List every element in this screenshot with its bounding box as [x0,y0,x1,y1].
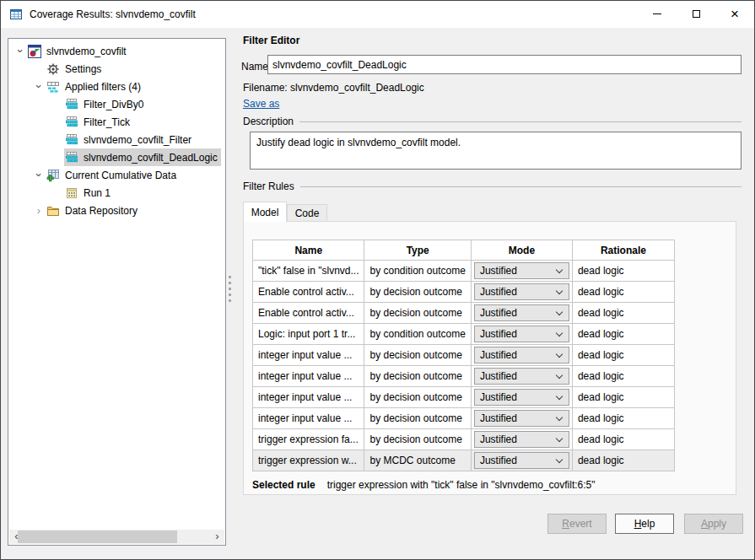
table-row[interactable]: Enable control activ...by decision outco… [253,303,675,324]
table-row[interactable]: trigger expression w...by MCDC outcomeJu… [253,450,675,471]
tree-item-settings[interactable]: Settings [9,60,224,78]
tree-item-filter-divby0[interactable]: Filter_DivBy0 [9,95,224,113]
results-tree-panel: ›slvnvdemo_covfiltSettings›Applied filte… [8,38,226,546]
scrollbar-thumb[interactable] [18,530,177,543]
titlebar: Coverage Results: slvnvdemo_covfilt × [1,1,754,28]
selected-rule-value: trigger expression with "tick" false in … [327,479,596,491]
filename-text: Filename: slvnvdemo_covfilt_DeadLogic [243,82,424,94]
description-field[interactable]: Justify dead logic in slvnvdemo_covfilt … [250,132,742,170]
maximize-button[interactable] [677,1,715,27]
column-header-type: Type [364,240,471,261]
tree-item-label: Current Cumulative Data [65,170,176,181]
cell-mode: Justified [471,366,572,387]
table-row[interactable]: integer input value ...by decision outco… [253,408,675,429]
cell-rationale: dead logic [572,282,674,303]
cell-mode: Justified [471,408,572,429]
cell-type: by condition outcome [364,324,471,345]
cell-rationale: dead logic [572,366,674,387]
gear-icon [46,62,60,76]
tree-item-slvnvdemo-covfilt-deadlogic[interactable]: slvnvdemo_covfilt_DeadLogic [9,148,224,166]
simulink-model-icon [28,45,41,58]
tree-item-current-cumulative-data[interactable]: ›Current Cumulative Data [9,166,224,184]
group-divider [300,186,742,187]
table-row[interactable]: integer input value ...by decision outco… [253,345,675,366]
minimize-button[interactable] [638,1,677,27]
chevron-down-icon [556,372,563,379]
tree-item-label: slvnvdemo_covfilt_DeadLogic [84,152,218,164]
cell-name: integer input value ... [253,366,364,387]
mode-dropdown[interactable]: Justified [474,262,569,279]
maximize-icon [693,10,700,18]
help-button[interactable]: Help [615,514,674,534]
mode-dropdown-value: Justified [480,433,517,445]
cell-type: by decision outcome [364,366,471,387]
cell-mode: Justified [471,324,572,345]
tree-item-label: slvnvdemo_covfilt_Filter [84,134,191,146]
cell-name: "tick" false in "slvnvd... [253,261,364,282]
cell-name: integer input value ... [253,345,364,366]
minimize-icon [653,13,661,14]
mode-dropdown[interactable]: Justified [474,410,569,427]
tree-item-slvnvdemo-covfilt-filter[interactable]: slvnvdemo_covfilt_Filter [9,131,224,148]
table-row[interactable]: Enable control activ...by decision outco… [253,282,675,303]
cell-rationale: dead logic [572,324,674,345]
cell-mode: Justified [471,282,572,303]
cell-type: by decision outcome [364,387,471,408]
chevron-down-icon [556,435,563,442]
horizontal-scrollbar[interactable]: ‹ › [9,530,224,544]
coverage-results-window: Coverage Results: slvnvdemo_covfilt × ›s… [0,0,755,560]
mode-dropdown-value: Justified [480,455,517,466]
mode-dropdown[interactable]: Justified [474,368,569,385]
chevron-down-icon [556,393,563,400]
chevron-down-icon [556,456,563,463]
cell-name: integer input value ... [253,387,364,408]
scroll-right-arrow-icon[interactable]: › [210,530,224,544]
mode-dropdown[interactable]: Justified [474,431,569,448]
mode-dropdown[interactable]: Justified [474,283,569,300]
table-row[interactable]: integer input value ...by decision outco… [253,366,675,387]
cell-name: Logic: input port 1 tr... [253,324,364,345]
tree-item-label: Filter_Tick [84,116,130,128]
cell-name: trigger expression fa... [253,429,364,450]
table-row[interactable]: Logic: input port 1 tr...by condition ou… [253,324,675,345]
tree-item-slvnvdemo-covfilt[interactable]: ›slvnvdemo_covfilt [9,42,224,60]
filter-icon [65,133,78,147]
mode-dropdown[interactable]: Justified [474,326,569,342]
close-button[interactable]: × [715,1,754,27]
table-row[interactable]: "tick" false in "slvnvd...by condition o… [253,261,675,282]
tree-item-run-1[interactable]: Run 1 [9,184,224,202]
chevron-down-icon[interactable]: › [33,169,46,182]
chevron-right-icon[interactable]: › [32,204,46,217]
cell-rationale: dead logic [572,303,674,324]
tree-item-filter-tick[interactable]: Filter_Tick [9,113,224,131]
chevron-down-icon[interactable]: › [14,45,27,58]
column-header-rationale: Rationale [572,240,674,261]
filter-name-input[interactable] [267,55,742,74]
mode-dropdown-value: Justified [480,286,517,298]
chevron-down-icon[interactable]: › [33,80,46,94]
mode-dropdown[interactable]: Justified [474,304,569,321]
tab-code[interactable]: Code [287,204,327,222]
mode-dropdown[interactable]: Justified [474,347,569,363]
table-row[interactable]: trigger expression fa...by decision outc… [253,429,675,450]
folder-icon [46,204,60,218]
chevron-down-icon [556,267,563,273]
cell-type: by decision outcome [364,345,471,366]
mode-dropdown[interactable]: Justified [474,452,569,469]
tab-model[interactable]: Model [243,202,287,222]
save-as-link[interactable]: Save as [243,98,279,110]
mode-dropdown[interactable]: Justified [474,389,569,406]
column-header-mode: Mode [471,240,572,261]
table-row[interactable]: integer input value ...by decision outco… [253,387,675,408]
apply-button: Apply [684,514,743,534]
tree-item-label: Applied filters (4) [65,81,141,93]
tree-item-applied-filters-4[interactable]: ›Applied filters (4) [9,78,224,95]
filter-rules-label: Filter Rules [243,180,294,192]
close-icon: × [731,7,739,21]
chevron-down-icon [556,330,563,337]
panel-splitter-handle[interactable] [229,276,232,301]
group-divider [299,121,742,122]
selected-rule-line: Selected ruletrigger expression with "ti… [252,479,596,491]
tree-item-label: slvnvdemo_covfilt [46,46,127,57]
tree-item-data-repository[interactable]: ›Data Repository [9,202,224,219]
